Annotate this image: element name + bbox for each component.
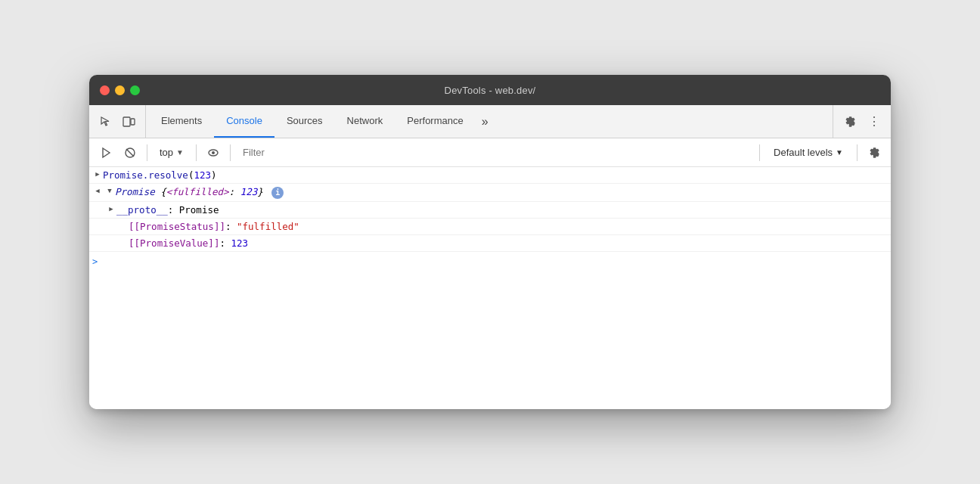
console-text-method: Promise.resolve [103,169,188,181]
toolbar-icons [95,105,146,138]
close-button[interactable] [100,85,110,95]
divider-5 [857,144,858,161]
expand-proto-arrow[interactable]: ▶ [106,204,116,213]
main-toolbar: Elements Console Sources Network Perform… [89,105,891,138]
context-selector[interactable]: top ▼ [154,145,190,160]
maximize-button[interactable] [130,85,140,95]
svg-marker-2 [103,148,110,157]
promise-status-key-label: [[PromiseStatus]] [129,221,225,232]
console-line-input: ▶ Promise.resolve(123) [89,167,891,184]
eye-icon [207,147,219,159]
svg-rect-0 [123,117,130,126]
more-tabs-button[interactable]: » [476,105,495,138]
devtools-window: DevTools - web.dev/ Elements Console [89,75,891,409]
console-line-value: ▶ [[PromiseValue]]: 123 [89,235,891,252]
svg-point-6 [212,151,215,154]
promise-status-colon: : [225,221,237,232]
svg-rect-1 [131,119,135,125]
info-badge[interactable]: i [271,187,284,199]
console-line-proto: ▶ __proto__: Promise [89,202,891,219]
svg-line-4 [126,149,134,157]
console-cursor-line[interactable]: > [89,252,891,271]
proto-colon: : [168,204,179,216]
promise-value-num: 123 [231,237,248,249]
device-toggle-button[interactable] [118,111,139,132]
proto-key: __proto__ [116,204,168,216]
promise-brace-close: } [257,186,263,197]
console-settings-button[interactable] [864,142,885,163]
console-output: ▶ Promise.resolve(123) ◀ ▼ Promise {<ful… [89,167,891,409]
back-arrow[interactable]: ◀ [92,186,103,194]
inspect-element-button[interactable] [95,111,116,132]
window-title: DevTools - web.dev/ [445,85,536,96]
proto-value: Promise [179,204,219,216]
run-snippet-button[interactable] [95,142,116,163]
traffic-lights [100,85,140,95]
context-arrow-icon: ▼ [176,148,184,157]
log-levels-button[interactable]: Default levels ▼ [766,144,851,161]
collapse-arrow[interactable]: ▼ [104,186,115,194]
promise-value-key-label: [[PromiseValue]] [129,237,219,249]
eye-button[interactable] [203,142,224,163]
promise-brace-open: { [160,186,166,197]
console-text-paren-close: ) [211,169,217,181]
titlebar: DevTools - web.dev/ [89,75,891,105]
promise-value-colon: : [219,237,231,249]
settings-button[interactable] [839,111,861,132]
divider-4 [759,144,760,161]
secondary-toolbar: top ▼ Default levels ▼ [89,138,891,167]
tab-network[interactable]: Network [335,105,395,138]
more-options-button[interactable]: ⋮ [864,111,885,132]
clear-console-button[interactable] [119,142,141,163]
tab-performance[interactable]: Performance [395,105,475,138]
divider-3 [230,144,231,161]
kebab-icon: ⋮ [868,116,881,128]
promise-colon: : [229,186,240,197]
cursor-prompt: > [92,256,98,267]
tab-bar: Elements Console Sources Network Perform… [149,105,833,138]
console-line-status: ▶ [[PromiseStatus]]: "fulfilled" [89,219,891,235]
minimize-button[interactable] [115,85,125,95]
no-icon [124,147,136,159]
promise-status-key: <fulfilled> [166,186,229,197]
divider-1 [147,144,147,161]
inspect-icon [99,115,113,129]
promise-value: 123 [240,186,258,197]
play-icon [100,147,112,159]
tab-sources[interactable]: Sources [274,105,335,138]
tab-console[interactable]: Console [214,105,274,138]
tab-elements[interactable]: Elements [149,105,214,138]
promise-label: Promise [115,186,160,197]
console-text-arg: 123 [194,169,211,181]
console-gear-icon [867,146,881,160]
settings-icon [843,115,857,129]
filter-input[interactable] [237,144,753,161]
divider-2 [196,144,197,161]
promise-status-value: "fulfilled" [237,221,299,232]
console-line-promise: ◀ ▼ Promise {<fulfilled>: 123} i [89,184,891,202]
toolbar-right: ⋮ [833,105,885,138]
expand-arrow-input[interactable]: ▶ [92,169,103,178]
device-icon [122,115,135,129]
levels-arrow-icon: ▼ [836,148,843,157]
